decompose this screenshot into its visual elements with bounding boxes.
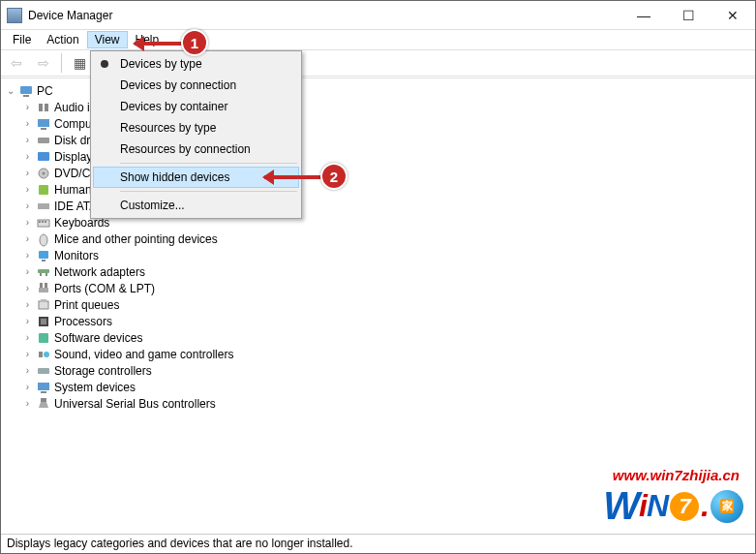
svg-rect-21 xyxy=(38,269,49,273)
svg-rect-13 xyxy=(38,203,49,209)
expand-icon[interactable]: › xyxy=(22,316,33,326)
back-button[interactable]: ⇦ xyxy=(5,52,28,74)
tree-item[interactable]: ›Ports (COM & LPT) xyxy=(1,280,755,296)
expand-icon[interactable]: › xyxy=(22,398,33,409)
svg-rect-37 xyxy=(41,398,46,402)
device-category-icon xyxy=(36,100,51,115)
window-controls: — ☐ ✕ xyxy=(621,1,755,30)
menu-view[interactable]: View xyxy=(87,31,128,48)
device-category-icon xyxy=(36,363,51,379)
status-text: Displays legacy categories and devices t… xyxy=(7,537,353,550)
globe-icon: 家 xyxy=(711,490,743,523)
svg-point-33 xyxy=(44,352,49,357)
toolbar-separator xyxy=(61,53,62,73)
svg-rect-7 xyxy=(41,128,46,130)
svg-rect-8 xyxy=(38,138,49,143)
expand-icon[interactable]: › xyxy=(22,217,33,228)
svg-rect-23 xyxy=(45,273,47,276)
menu-resources-by-connection[interactable]: Resources by connection xyxy=(93,138,299,160)
device-category-icon xyxy=(36,281,51,296)
menu-action[interactable]: Action xyxy=(39,31,86,48)
expand-icon[interactable]: › xyxy=(22,266,33,277)
menu-item-label: Resources by type xyxy=(120,121,216,135)
svg-rect-35 xyxy=(38,383,49,390)
close-button[interactable]: ✕ xyxy=(711,1,755,30)
device-category-icon xyxy=(36,330,51,346)
expand-icon[interactable]: › xyxy=(22,299,33,310)
svg-rect-24 xyxy=(40,283,43,288)
menu-customize[interactable]: Customize... xyxy=(93,195,299,216)
computer-icon xyxy=(18,83,34,99)
svg-rect-20 xyxy=(42,260,45,262)
expand-icon[interactable]: › xyxy=(22,200,33,211)
collapse-icon[interactable]: ⌄ xyxy=(5,85,15,96)
titlebar: Device Manager — ☐ ✕ xyxy=(1,1,755,30)
svg-rect-6 xyxy=(38,119,49,127)
tree-item[interactable]: ›Monitors xyxy=(1,247,755,263)
tree-item-label: Monitors xyxy=(54,249,99,262)
menu-item-label: Resources by connection xyxy=(120,142,251,156)
expand-icon[interactable]: › xyxy=(22,184,33,195)
forward-button[interactable]: ⇨ xyxy=(32,52,55,74)
svg-rect-36 xyxy=(41,391,46,393)
tree-item[interactable]: ›Sound, video and game controllers xyxy=(1,346,755,362)
svg-rect-25 xyxy=(45,283,47,288)
minimize-button[interactable]: — xyxy=(621,1,666,30)
menu-devices-by-type[interactable]: Devices by type xyxy=(93,53,299,75)
tree-item-label: System devices xyxy=(54,381,136,394)
svg-rect-30 xyxy=(41,319,46,324)
maximize-button[interactable]: ☐ xyxy=(666,1,711,30)
tree-item[interactable]: ›Network adapters xyxy=(1,263,755,280)
tree-item[interactable]: ›Mice and other pointing devices xyxy=(1,231,755,247)
menu-separator xyxy=(120,163,297,164)
menu-resources-by-type[interactable]: Resources by type xyxy=(93,117,299,138)
tree-item[interactable]: ›Universal Serial Bus controllers xyxy=(1,395,755,412)
expand-icon[interactable]: › xyxy=(22,102,33,112)
device-category-icon xyxy=(36,396,51,412)
device-category-icon xyxy=(36,231,51,247)
annotation-step-1: 1 xyxy=(181,29,208,56)
properties-button[interactable]: ▦ xyxy=(68,52,91,74)
menu-devices-by-connection[interactable]: Devices by connection xyxy=(93,75,299,96)
tree-item[interactable]: ›Processors xyxy=(1,313,755,329)
svg-point-18 xyxy=(40,234,47,246)
svg-rect-31 xyxy=(39,333,48,343)
device-category-icon xyxy=(36,297,51,313)
annotation-step-2: 2 xyxy=(320,163,348,190)
tree-item-label: Processors xyxy=(54,315,112,328)
expand-icon[interactable]: › xyxy=(22,382,33,392)
expand-icon[interactable]: › xyxy=(22,233,33,244)
device-category-icon xyxy=(36,347,51,362)
svg-rect-17 xyxy=(45,221,46,223)
expand-icon[interactable]: › xyxy=(22,118,33,129)
expand-icon[interactable]: › xyxy=(22,135,33,145)
menu-file[interactable]: File xyxy=(5,31,39,48)
expand-icon[interactable]: › xyxy=(22,283,33,293)
tree-item-label: Storage controllers xyxy=(54,364,152,378)
expand-icon[interactable]: › xyxy=(22,151,33,162)
tree-item[interactable]: ›Software devices xyxy=(1,329,755,346)
menu-separator xyxy=(120,191,297,192)
device-category-icon xyxy=(36,166,51,181)
expand-icon[interactable]: › xyxy=(22,349,33,359)
expand-icon[interactable]: › xyxy=(22,168,33,178)
svg-rect-4 xyxy=(39,104,43,111)
menubar: File Action View Help xyxy=(1,30,755,49)
tree-item-label: Ports (COM & LPT) xyxy=(54,282,155,295)
tree-item[interactable]: ›Print queues xyxy=(1,296,755,313)
tree-item[interactable]: ›Storage controllers xyxy=(1,362,755,379)
expand-icon[interactable]: › xyxy=(22,332,33,343)
device-category-icon xyxy=(36,264,51,280)
menu-devices-by-container[interactable]: Devices by container xyxy=(93,96,299,117)
device-category-icon xyxy=(36,149,51,165)
menu-item-label: Devices by container xyxy=(120,100,227,113)
watermark-logo: W i N 7 . 家 xyxy=(603,484,743,528)
device-category-icon xyxy=(36,314,51,329)
svg-rect-22 xyxy=(40,273,42,276)
tree-item[interactable]: ›System devices xyxy=(1,379,755,395)
view-dropdown-menu: Devices by type Devices by connection De… xyxy=(90,50,302,219)
expand-icon[interactable]: › xyxy=(22,365,33,376)
svg-rect-19 xyxy=(39,251,48,259)
expand-icon[interactable]: › xyxy=(22,250,33,261)
tree-item-label: Software devices xyxy=(54,331,142,345)
